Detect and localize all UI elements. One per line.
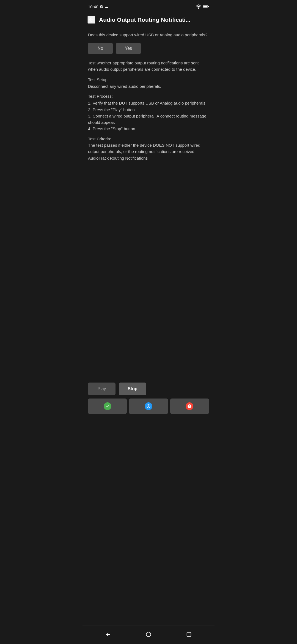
status-bar: 10:40 G ☁: [82, 0, 215, 12]
step-2: 2. Press the "Play" button.: [88, 107, 209, 113]
test-process-title: Test Process:: [88, 94, 113, 99]
page-title: Audio Output Routing Notificati...: [99, 17, 210, 23]
cloud-icon: ☁: [105, 4, 108, 9]
description-text: Test whether appropriate output routing …: [88, 60, 209, 73]
test-criteria-body: The test passes if either the device DOE…: [88, 143, 200, 154]
test-criteria-title: Test Criteria:: [88, 137, 111, 141]
header: Audio Output Routing Notificati...: [82, 12, 215, 28]
svg-point-0: [198, 8, 199, 9]
test-setup-body: Disconnect any wired audio peripherals.: [88, 84, 161, 89]
test-setup-section: Test Setup: Disconnect any wired audio p…: [88, 77, 209, 89]
status-left: 10:40 G ☁: [88, 4, 108, 9]
info-button[interactable]: [129, 399, 168, 414]
svg-rect-3: [208, 6, 209, 7]
test-criteria-subtitle: AudioTrack Routing Notifications: [88, 156, 148, 160]
nav-back-button[interactable]: [103, 629, 113, 640]
spacer: [82, 417, 215, 626]
status-time: 10:40: [88, 4, 98, 9]
main-content: Does this device support wired USB or An…: [82, 28, 215, 378]
yes-no-buttons: No Yes: [88, 43, 209, 54]
svg-point-4: [146, 632, 151, 637]
no-button[interactable]: No: [88, 43, 113, 54]
nav-recent-button[interactable]: [184, 629, 194, 640]
test-criteria-section: Test Criteria: The test passes if either…: [88, 136, 209, 161]
play-stop-buttons: Play Stop: [88, 383, 209, 395]
bottom-action-area: Play Stop: [82, 378, 215, 417]
pass-button[interactable]: [88, 399, 127, 414]
nav-home-button[interactable]: [143, 629, 154, 640]
status-right: [196, 4, 209, 9]
pass-icon: [104, 402, 111, 410]
play-button[interactable]: Play: [88, 383, 116, 395]
step-1: 1. Verify that the DUT supports USB or A…: [88, 100, 209, 106]
step-4: 4. Press the "Stop" button.: [88, 125, 209, 132]
yes-button[interactable]: Yes: [116, 43, 141, 54]
test-process-section: Test Process: 1. Verify that the DUT sup…: [88, 93, 209, 132]
question-icon: [145, 402, 152, 410]
result-buttons: [88, 399, 209, 414]
svg-rect-5: [187, 632, 191, 637]
test-setup-title: Test Setup:: [88, 77, 109, 82]
question-text: Does this device support wired USB or An…: [88, 32, 209, 38]
step-3: 3. Connect a wired output peripheral. A …: [88, 113, 209, 126]
svg-rect-2: [203, 6, 207, 7]
wifi-icon: [196, 4, 201, 9]
google-icon: G: [100, 4, 103, 9]
nav-bar: [82, 626, 215, 644]
test-process-steps: 1. Verify that the DUT supports USB or A…: [88, 100, 209, 132]
battery-icon: [203, 5, 209, 9]
fail-icon: [186, 402, 193, 410]
stop-button[interactable]: Stop: [119, 383, 146, 395]
fail-button[interactable]: [170, 399, 209, 414]
back-button[interactable]: [87, 16, 95, 24]
